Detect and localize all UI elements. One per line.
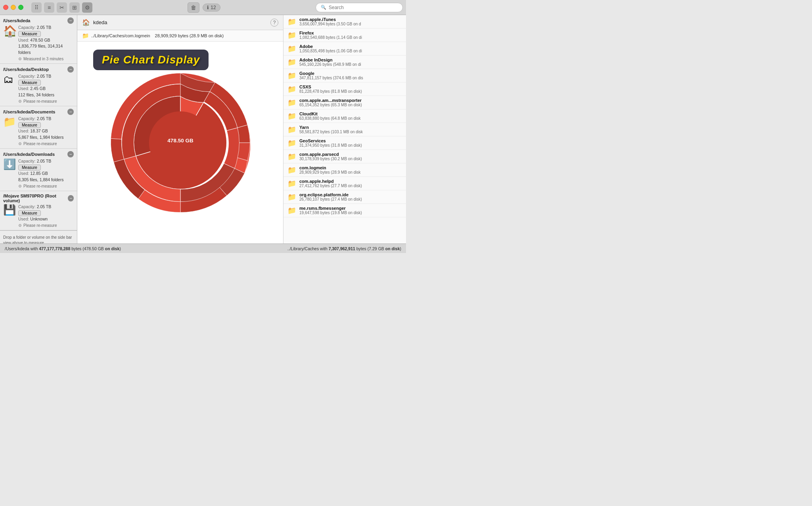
item-size: 347,811,157 bytes (374.6 MB on dis (299, 76, 363, 80)
item-size: 1,082,540,688 bytes (1.14 GB on di (299, 35, 362, 40)
svg-text:478.50 GB: 478.50 GB (167, 138, 193, 144)
breadcrumb: 📁 ../Library/Caches/com.logmein 28,909,9… (77, 30, 283, 42)
sidebar-item-title: /Mojave SM970PRO (Root volume) (3, 194, 68, 203)
sidebar-item-kdeda[interactable]: /Users/kdeda − 🏠 Capacity: 2.05 TB Measu… (0, 15, 77, 64)
folder-icon: 📁 (287, 98, 296, 107)
list-view-button[interactable]: ≡ (44, 2, 54, 13)
right-panel-item[interactable]: 📁 com.apple.am...mstransporter 65,154,35… (283, 96, 406, 109)
minimize-button[interactable] (11, 5, 16, 10)
item-name: com.apple.helpd (299, 179, 362, 184)
item-size: 65,154,352 bytes (65.3 MB on disk) (299, 103, 362, 107)
right-panel-item[interactable]: 📁 Firefox 1,082,540,688 bytes (1.14 GB o… (283, 29, 406, 42)
clean-button[interactable]: ✂ (57, 2, 67, 13)
folder-icon: 📁 (287, 17, 296, 26)
right-panel-item[interactable]: 📁 com.logmein 28,909,929 bytes (28.9 MB … (283, 163, 406, 177)
right-items-list: 📁 com.apple.iTunes 3,656,007,994 bytes (… (283, 15, 406, 217)
folder-icon: 📁 (287, 206, 296, 215)
breadcrumb-size: 28,909,929 bytes (28.9 MB on disk) (155, 33, 224, 38)
toolbar-icons: ⠿ ≡ ✂ ⊞ ⚙ (31, 2, 92, 13)
item-size: 3,656,007,994 bytes (3.50 GB on d (299, 22, 361, 26)
remove-button[interactable]: − (67, 17, 74, 24)
breadcrumb-path: ../Library/Caches/com.logmein (91, 33, 150, 38)
item-name: Yarn (299, 125, 363, 130)
sidebar-item-title: /Users/kdeda (3, 18, 30, 23)
sidebar-item-downloads[interactable]: /Users/kdeda/Downloads − ⬇️ Capacity: 2.… (0, 149, 77, 191)
remove-button[interactable]: − (67, 66, 74, 73)
home-icon: 🏠 (3, 25, 16, 37)
statusbar: /Users/kdeda with 477,177,778,288 bytes … (0, 243, 406, 253)
measure-button[interactable]: Measure (18, 165, 41, 171)
statusbar-bytes-right: 7,307,962,911 (329, 246, 355, 251)
right-panel-item[interactable]: 📁 org.eclipse.platform.ide 26,780,107 by… (283, 190, 406, 204)
help-button[interactable]: ? (270, 19, 278, 27)
sidebar-item-title: /Users/kdeda/Desktop (3, 67, 49, 72)
item-size: 30,178,939 bytes (30.2 MB on disk) (299, 157, 362, 161)
right-panel-item[interactable]: 📁 Adobe 1,050,835,498 bytes (1.06 GB on … (283, 42, 406, 56)
right-panel-item[interactable]: 📁 com.apple.helpd 27,412,762 bytes (27.7… (283, 177, 406, 190)
item-name: Google (299, 71, 363, 76)
right-panel-item[interactable]: 📁 GeoServices 31,374,950 bytes (31.8 MB … (283, 136, 406, 150)
trash-icon: 🗑 (191, 4, 196, 11)
right-panel-item[interactable]: 📁 CloudKit 63,838,880 bytes (64.8 MB on … (283, 109, 406, 123)
sidebar: /Users/kdeda − 🏠 Capacity: 2.05 TB Measu… (0, 15, 77, 243)
remove-button[interactable]: − (67, 109, 74, 115)
folder-icon: 📁 (287, 112, 296, 121)
right-panel-item[interactable]: 📁 com.apple.parsecd 30,178,939 bytes (30… (283, 150, 406, 163)
folder-icon: 📁 (287, 152, 296, 161)
search-input[interactable] (329, 5, 398, 10)
item-name: Firefox (299, 31, 362, 35)
delete-button[interactable]: 🗑 (188, 2, 199, 13)
remove-button[interactable]: − (68, 195, 74, 201)
maximize-button[interactable] (18, 5, 23, 10)
remove-button[interactable]: − (67, 151, 74, 157)
gear-icon: ⚙ (18, 142, 22, 146)
settings-button[interactable]: ⚙ (82, 2, 92, 13)
sidebar-item-desktop[interactable]: /Users/kdeda/Desktop − 🗂 Capacity: 2.05 … (0, 64, 77, 106)
center-panel: 🏠 kdeda ? 📁 ../Library/Caches/com.logmei… (77, 15, 283, 243)
gear-icon: ⚙ (18, 184, 22, 188)
item-name: Adobe InDesign (299, 58, 361, 62)
drive-icon: 💾 (3, 204, 16, 217)
measure-button[interactable]: Measure (18, 80, 41, 86)
gear-icon: ⚙ (18, 99, 22, 104)
search-icon: 🔍 (321, 5, 326, 10)
folder-icon: 📁 (287, 85, 296, 94)
capacity-value: 2.05 TB (37, 25, 52, 30)
info-count: 12 (211, 5, 216, 10)
measure-button[interactable]: Measure (18, 31, 41, 37)
folder-icon: 📁 (287, 179, 296, 188)
right-panel-item[interactable]: 📁 me.rsms.fbmessenger 19,647,598 bytes (… (283, 204, 406, 217)
pie-chart-label: Pie Chart Display (102, 54, 200, 66)
center-title: kdeda (93, 19, 107, 25)
item-name: com.apple.iTunes (299, 17, 361, 22)
info-badge[interactable]: ℹ 12 (203, 4, 220, 12)
item-size: 63,838,880 bytes (64.8 MB on disk (299, 116, 361, 121)
statusbar-right: ../Library/Caches with 7,307,962,911 byt… (287, 246, 401, 251)
right-panel-item[interactable]: 📁 Google 347,811,157 bytes (374.6 MB on … (283, 69, 406, 82)
item-name: com.logmein (299, 165, 361, 170)
folder-icon: 📁 (287, 193, 296, 201)
item-size: 58,581,872 bytes (103.1 MB on disk (299, 130, 363, 134)
duplicate-button[interactable]: ⊞ (69, 2, 80, 13)
pie-chart-banner: Pie Chart Display (93, 50, 209, 70)
column-view-button[interactable]: ⠿ (31, 2, 42, 13)
search-bar[interactable]: 🔍 (316, 3, 403, 12)
folder-icon: 📁 (287, 166, 296, 174)
right-panel-item[interactable]: 📁 Yarn 58,581,872 bytes (103.1 MB on dis… (283, 123, 406, 136)
item-name: CSXS (299, 84, 362, 89)
sidebar-item-root[interactable]: /Mojave SM970PRO (Root volume) − 💾 Capac… (0, 191, 77, 230)
right-panel-item[interactable]: 📁 com.apple.iTunes 3,656,007,994 bytes (… (283, 15, 406, 29)
close-button[interactable] (3, 5, 8, 10)
right-panel-item[interactable]: 📁 CSXS 81,228,478 bytes (81.8 MB on disk… (283, 82, 406, 96)
sidebar-item-title: /Users/kdeda/Documents (3, 109, 55, 114)
item-name: com.apple.am...mstransporter (299, 98, 362, 103)
sidebar-item-documents[interactable]: /Users/kdeda/Documents − 📁 Capacity: 2.0… (0, 106, 77, 149)
right-panel-item[interactable]: 📁 Adobe InDesign 545,160,226 bytes (548.… (283, 56, 406, 69)
main-layout: /Users/kdeda − 🏠 Capacity: 2.05 TB Measu… (0, 15, 406, 243)
folder-icon: 📁 (287, 31, 296, 40)
home-nav-icon: 🏠 (82, 19, 90, 26)
folder-icon: 📁 (3, 116, 16, 128)
measure-button[interactable]: Measure (18, 210, 41, 216)
folder-icon: 📁 (287, 58, 296, 67)
measure-button[interactable]: Measure (18, 122, 41, 128)
